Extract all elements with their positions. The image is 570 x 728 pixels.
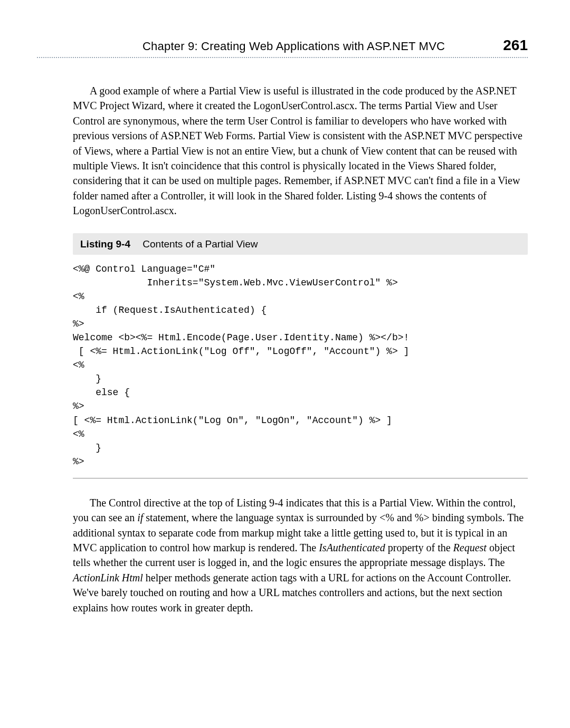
italic-if: if <box>137 512 143 523</box>
running-header: Chapter 9: Creating Web Applications wit… <box>142 37 528 54</box>
italic-request: Request <box>453 542 487 553</box>
listing-header: Listing 9-4 Contents of a Partial View <box>73 233 528 255</box>
chapter-label: Chapter 9: Creating Web Applications wit… <box>142 40 492 53</box>
header-divider <box>37 57 528 58</box>
body-paragraph-2: The Control directive at the top of List… <box>73 495 528 615</box>
italic-isauthenticated: IsAuthenticated <box>319 542 385 553</box>
listing-title: Contents of a Partial View <box>142 238 258 250</box>
body-paragraph-1: A good example of where a Partial View i… <box>73 83 528 218</box>
paragraph-text: A good example of where a Partial View i… <box>73 85 522 216</box>
page-number: 261 <box>503 37 528 54</box>
page: Chapter 9: Creating Web Applications wit… <box>0 0 570 656</box>
listing-label: Listing 9-4 <box>80 238 130 250</box>
listing-divider <box>73 478 528 478</box>
p2-part-c: property of the <box>385 542 453 553</box>
italic-actionlink: ActionLink Html <box>73 572 143 583</box>
code-listing: <%@ Control Language="C#" Inherits="Syst… <box>73 262 528 478</box>
